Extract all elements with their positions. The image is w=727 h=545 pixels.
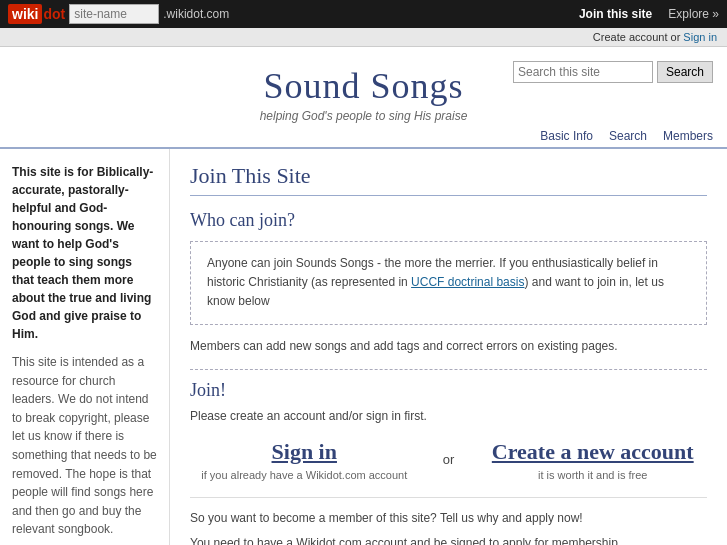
main: This site is for Biblically-accurate, pa… xyxy=(0,149,727,545)
wikidot-logo[interactable]: wiki xyxy=(8,4,42,24)
topbar: wikidot .wikidot.com Join this site Expl… xyxy=(0,0,727,28)
uccf-link[interactable]: UCCF doctrinal basis xyxy=(411,275,524,289)
search-input[interactable] xyxy=(513,61,653,83)
page-heading: Join This Site xyxy=(190,163,707,196)
search-area: Search xyxy=(513,61,713,83)
sign-in-link[interactable]: Sign in xyxy=(190,439,419,465)
navbar: Basic Info Search Members xyxy=(0,125,727,149)
wikidot-dot: dot xyxy=(43,6,65,22)
nav-basic-info[interactable]: Basic Info xyxy=(540,129,593,143)
site-subtitle: helping God's people to sing His praise xyxy=(14,109,713,123)
topbar-right: Join this site Explore » xyxy=(579,7,719,21)
apply-line2: You need to have a Wikidot.com account a… xyxy=(190,533,707,545)
create-sub: it is worth it and is free xyxy=(479,469,708,481)
search-button[interactable]: Search xyxy=(657,61,713,83)
signin-row: Sign in if you already have a Wikidot.co… xyxy=(190,439,707,481)
create-account-link[interactable]: Create a new account xyxy=(479,439,708,465)
wikidot-domain: .wikidot.com xyxy=(163,7,229,21)
sidebar-intro: This site is for Biblically-accurate, pa… xyxy=(12,163,157,343)
join-info-box: Anyone can join Sounds Songs - the more … xyxy=(190,241,707,325)
join-heading: Join! xyxy=(190,369,707,401)
accountbar: Create account or Sign in xyxy=(0,28,727,47)
apply-texts: So you want to become a member of this s… xyxy=(190,497,707,545)
signin-col: Sign in if you already have a Wikidot.co… xyxy=(190,439,419,481)
or-col: or xyxy=(419,452,479,467)
site-name-input[interactable] xyxy=(69,4,159,24)
who-can-join-heading: Who can join? xyxy=(190,210,707,231)
sign-in-link-top[interactable]: Sign in xyxy=(683,31,717,43)
nav-members[interactable]: Members xyxy=(663,129,713,143)
join-this-site-top-button[interactable]: Join this site xyxy=(579,7,652,21)
sidebar-extra: This site is intended as a resource for … xyxy=(12,353,157,539)
header: Sound Songs helping God's people to sing… xyxy=(0,47,727,123)
navbar-links: Basic Info Search Members xyxy=(540,129,713,147)
apply-line1: So you want to become a member of this s… xyxy=(190,508,707,530)
create-account-text: Create account or xyxy=(593,31,684,43)
explore-button[interactable]: Explore » xyxy=(668,7,719,21)
please-create-text: Please create an account and/or sign in … xyxy=(190,409,707,423)
logo-area: wikidot xyxy=(8,4,65,24)
create-col: Create a new account it is worth it and … xyxy=(479,439,708,481)
members-can-text: Members can add new songs and add tags a… xyxy=(190,337,707,355)
signin-sub: if you already have a Wikidot.com accoun… xyxy=(190,469,419,481)
nav-search[interactable]: Search xyxy=(609,129,647,143)
content-area: Join This Site Who can join? Anyone can … xyxy=(170,149,727,545)
sidebar: This site is for Biblically-accurate, pa… xyxy=(0,149,170,545)
